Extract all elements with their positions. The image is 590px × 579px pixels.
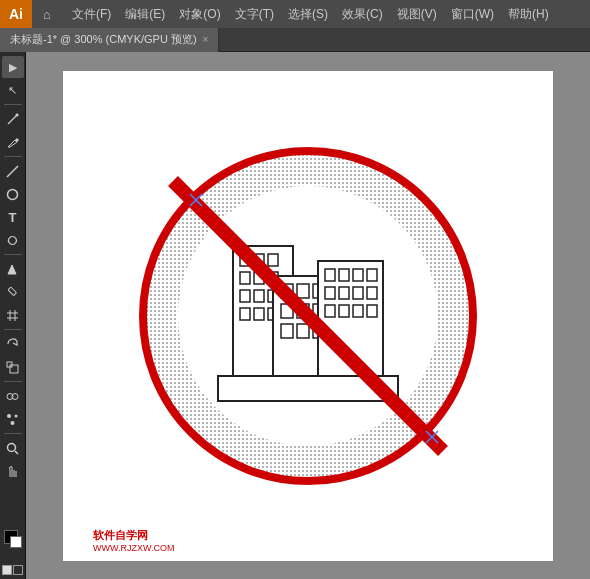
hand-tool[interactable] (2, 460, 24, 482)
outline-mode[interactable] (13, 565, 23, 575)
pencil-tool[interactable] (2, 131, 24, 153)
toolbar: ▶ ↖ T (0, 52, 26, 579)
menu-window[interactable]: 窗口(W) (445, 4, 500, 25)
svg-point-0 (15, 114, 18, 117)
ellipse-tool[interactable] (2, 183, 24, 205)
mode-boxes (2, 565, 23, 575)
svg-rect-49 (325, 287, 335, 299)
spiral-tool[interactable] (2, 229, 24, 251)
svg-rect-52 (367, 287, 377, 299)
svg-rect-25 (240, 272, 250, 284)
svg-point-13 (7, 414, 11, 418)
canvas-area: 软件自学网 WWW.RJZXW.COM (26, 52, 590, 579)
svg-rect-4 (8, 287, 16, 295)
canvas: 软件自学网 WWW.RJZXW.COM (63, 71, 553, 561)
svg-rect-56 (367, 305, 377, 317)
watermark-line1: 软件自学网 (93, 528, 174, 543)
tool-separator-1 (4, 104, 22, 105)
svg-rect-53 (325, 305, 335, 317)
menu-help[interactable]: 帮助(H) (502, 4, 555, 25)
artwork-svg (118, 126, 498, 506)
svg-point-16 (8, 443, 16, 451)
tool-separator-6 (4, 433, 22, 434)
pen-tool[interactable] (2, 108, 24, 130)
menu-view[interactable]: 视图(V) (391, 4, 443, 25)
tabbar: 未标题-1* @ 300% (CMYK/GPU 预览) × (0, 28, 590, 52)
svg-rect-50 (339, 287, 349, 299)
menu-type[interactable]: 文字(T) (229, 4, 280, 25)
svg-rect-31 (240, 308, 250, 320)
tab-label: 未标题-1* @ 300% (CMYK/GPU 预览) (10, 32, 197, 47)
line-tool[interactable] (2, 160, 24, 182)
svg-rect-46 (339, 269, 349, 281)
direct-select-tool[interactable]: ↖ (2, 79, 24, 101)
tool-separator-3 (4, 254, 22, 255)
tool-separator-2 (4, 156, 22, 157)
svg-point-14 (15, 414, 18, 417)
eyedropper-tool[interactable] (2, 281, 24, 303)
watermark-line2: WWW.RJZXW.COM (93, 543, 174, 553)
svg-rect-41 (281, 324, 293, 338)
svg-rect-29 (254, 290, 264, 302)
svg-line-1 (7, 166, 18, 177)
blend-tool[interactable] (2, 385, 24, 407)
paint-bucket-tool[interactable] (2, 258, 24, 280)
menu-select[interactable]: 选择(S) (282, 4, 334, 25)
menu-effect[interactable]: 效果(C) (336, 4, 389, 25)
svg-rect-36 (297, 284, 309, 298)
svg-rect-47 (353, 269, 363, 281)
svg-rect-24 (268, 254, 278, 266)
svg-rect-10 (10, 365, 18, 373)
svg-rect-32 (254, 308, 264, 320)
menu-object[interactable]: 对象(O) (173, 4, 226, 25)
svg-rect-48 (367, 269, 377, 281)
symbol-tool[interactable] (2, 408, 24, 430)
svg-line-17 (15, 451, 18, 454)
svg-point-15 (11, 421, 15, 425)
watermark: 软件自学网 WWW.RJZXW.COM (93, 528, 174, 553)
tab-close-button[interactable]: × (203, 34, 209, 45)
document-tab[interactable]: 未标题-1* @ 300% (CMYK/GPU 预览) × (0, 28, 219, 52)
scale-tool[interactable] (2, 356, 24, 378)
stroke-color-box[interactable] (10, 536, 22, 548)
tool-separator-4 (4, 329, 22, 330)
menu-bar: 文件(F) 编辑(E) 对象(O) 文字(T) 选择(S) 效果(C) 视图(V… (62, 0, 590, 28)
main-area: ▶ ↖ T (0, 52, 590, 579)
svg-marker-3 (8, 265, 16, 274)
rotate-tool[interactable] (2, 333, 24, 355)
text-tool[interactable]: T (2, 206, 24, 228)
ai-logo: Ai (0, 0, 32, 28)
svg-rect-54 (339, 305, 349, 317)
normal-mode[interactable] (2, 565, 12, 575)
svg-rect-55 (353, 305, 363, 317)
svg-rect-45 (325, 269, 335, 281)
zoom-tool[interactable] (2, 437, 24, 459)
home-button[interactable]: ⌂ (32, 0, 62, 28)
svg-rect-42 (297, 324, 309, 338)
menu-edit[interactable]: 编辑(E) (119, 4, 171, 25)
svg-rect-28 (240, 290, 250, 302)
select-tool[interactable]: ▶ (2, 56, 24, 78)
mesh-tool[interactable] (2, 304, 24, 326)
titlebar: Ai ⌂ 文件(F) 编辑(E) 对象(O) 文字(T) 选择(S) 效果(C)… (0, 0, 590, 28)
menu-file[interactable]: 文件(F) (66, 4, 117, 25)
svg-rect-51 (353, 287, 363, 299)
svg-point-2 (8, 189, 18, 199)
tool-separator-5 (4, 381, 22, 382)
